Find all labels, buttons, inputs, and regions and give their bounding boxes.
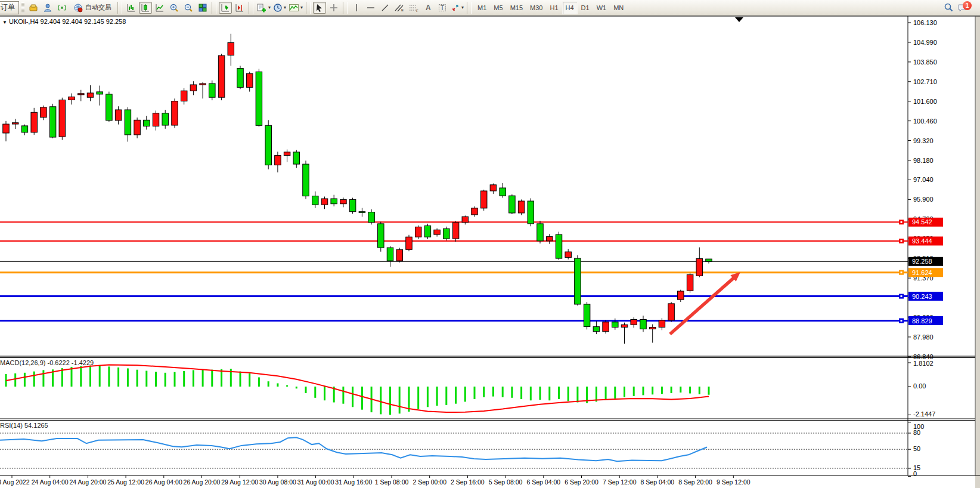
candle-body[interactable]	[509, 196, 516, 213]
arrows-tool[interactable]: ▾	[450, 2, 464, 14]
timeframe-d1[interactable]: D1	[578, 1, 593, 14]
toolbar-grip[interactable]	[21, 2, 24, 13]
text-label-tool[interactable]: T	[436, 2, 449, 14]
candle-body[interactable]	[218, 55, 225, 97]
crosshair-tool-icon[interactable]	[327, 2, 340, 14]
fibonacci-tool[interactable]: F	[407, 2, 420, 14]
candle-body[interactable]	[265, 125, 272, 165]
candle-body[interactable]	[340, 199, 347, 203]
candlestick-mode-icon[interactable]	[139, 2, 152, 14]
trendline-tool[interactable]	[379, 2, 392, 14]
candle-body[interactable]	[200, 84, 206, 85]
candle-body[interactable]	[49, 107, 56, 137]
candle-body[interactable]	[172, 101, 178, 126]
candle-body[interactable]	[490, 185, 497, 191]
candle-body[interactable]	[190, 85, 197, 91]
new-order-button[interactable]: 订单	[0, 1, 19, 14]
candle-body[interactable]	[331, 199, 337, 204]
candle-body[interactable]	[12, 123, 18, 124]
candle-body[interactable]	[396, 249, 403, 261]
candle-body[interactable]	[518, 201, 525, 213]
candle-body[interactable]	[106, 94, 113, 121]
candle-body[interactable]	[378, 224, 384, 248]
candle-body[interactable]	[593, 327, 600, 332]
candle-body[interactable]	[659, 320, 665, 328]
timeframe-h4[interactable]: H4	[562, 1, 578, 14]
candle-body[interactable]	[321, 199, 328, 205]
candle-body[interactable]	[480, 191, 487, 208]
timeframe-m30[interactable]: M30	[526, 1, 546, 14]
candle-body[interactable]	[21, 126, 28, 132]
candle-body[interactable]	[368, 212, 375, 223]
candle-body[interactable]	[359, 212, 365, 213]
candle-body[interactable]	[547, 237, 553, 241]
candle-body[interactable]	[144, 120, 150, 126]
candle-body[interactable]	[472, 208, 478, 215]
candle-body[interactable]	[31, 112, 38, 132]
timeframe-mn[interactable]: MN	[610, 1, 627, 14]
candle-body[interactable]	[303, 164, 309, 196]
indicators-icon[interactable]: ▾	[288, 2, 303, 14]
candle-body[interactable]	[125, 110, 131, 135]
profiles-clock-icon[interactable]: ▾	[272, 2, 287, 14]
candle-body[interactable]	[640, 320, 647, 329]
timeframe-w1[interactable]: W1	[593, 1, 610, 14]
candle-body[interactable]	[87, 93, 94, 97]
candle-body[interactable]	[575, 258, 581, 304]
zoom-in-icon[interactable]	[168, 2, 181, 14]
cursor-tool-icon[interactable]	[313, 2, 326, 14]
candle-body[interactable]	[256, 72, 262, 125]
chart-collapse-icon[interactable]: ▼	[2, 20, 7, 25]
chart-shift-icon[interactable]	[233, 2, 246, 14]
candle-body[interactable]	[696, 258, 703, 276]
timeframe-m1[interactable]: M1	[474, 1, 490, 14]
candle-body[interactable]	[162, 113, 169, 125]
price-chart-canvas[interactable]: 106.130104.990103.850102.710101.600100.4…	[0, 0, 980, 488]
candle-body[interactable]	[59, 100, 66, 137]
candle-body[interactable]	[293, 152, 300, 164]
timeframe-h1[interactable]: H1	[546, 1, 562, 14]
candle-body[interactable]	[528, 201, 534, 224]
candle-body[interactable]	[565, 252, 572, 258]
zoom-out-icon[interactable]	[182, 2, 195, 14]
community-icon[interactable]	[41, 2, 54, 14]
signal-icon[interactable]	[55, 2, 69, 14]
tile-windows-icon[interactable]	[196, 2, 209, 14]
candle-body[interactable]	[312, 196, 319, 205]
candle-body[interactable]	[237, 69, 244, 88]
bar-chart-mode-icon[interactable]	[125, 2, 138, 14]
channel-tool[interactable]: E	[393, 2, 406, 14]
candle-body[interactable]	[462, 217, 469, 223]
candle-body[interactable]	[246, 73, 253, 87]
candle-body[interactable]	[500, 188, 506, 196]
candle-body[interactable]	[275, 156, 281, 165]
text-tool[interactable]: A	[421, 2, 435, 14]
candle-body[interactable]	[678, 291, 684, 299]
new-chart-icon[interactable]: ▾	[256, 2, 271, 14]
candle-body[interactable]	[69, 97, 75, 100]
candle-body[interactable]	[181, 91, 187, 101]
candle-body[interactable]	[556, 234, 562, 258]
candle-body[interactable]	[621, 325, 628, 327]
candle-body[interactable]	[631, 320, 637, 325]
candle-body[interactable]	[537, 224, 544, 241]
timeframe-m15[interactable]: M15	[507, 1, 526, 14]
candle-body[interactable]	[78, 94, 85, 95]
chat-notification-badge[interactable]: 1	[963, 1, 972, 10]
candle-body[interactable]	[584, 304, 590, 327]
candle-body[interactable]	[387, 248, 393, 261]
candle-body[interactable]	[228, 42, 234, 55]
candle-body[interactable]	[349, 199, 356, 211]
horizontal-line-tool[interactable]	[364, 2, 377, 14]
candle-body[interactable]	[603, 322, 609, 332]
candle-body[interactable]	[434, 230, 441, 234]
vertical-line-tool[interactable]	[350, 2, 363, 14]
candle-body[interactable]	[406, 237, 413, 249]
candle-body[interactable]	[668, 304, 675, 320]
candle-body[interactable]	[424, 226, 431, 237]
candle-body[interactable]	[3, 124, 10, 133]
candle-body[interactable]	[444, 228, 450, 239]
candle-body[interactable]	[415, 227, 421, 237]
autotrading-button[interactable]: 自动交易	[70, 2, 115, 14]
timeframe-m5[interactable]: M5	[490, 1, 506, 14]
